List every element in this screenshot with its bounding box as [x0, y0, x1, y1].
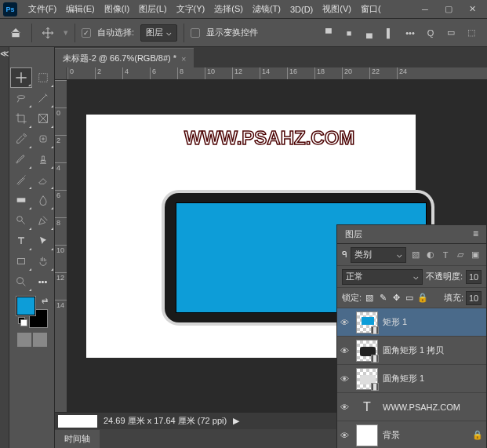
menu-type[interactable]: 文字(Y) — [172, 1, 210, 17]
history-brush-tool[interactable] — [10, 169, 32, 190]
maximize-button[interactable]: ▢ — [437, 2, 460, 17]
show-transform-checkbox[interactable] — [191, 28, 200, 38]
frame-tool[interactable] — [32, 108, 54, 129]
stamp-tool[interactable] — [32, 149, 54, 169]
filter-smart-icon[interactable]: ▣ — [469, 249, 482, 261]
edit-toolbar[interactable]: ••• — [32, 271, 54, 292]
extra-icon[interactable]: ⬚ — [462, 24, 481, 42]
layer-thumb[interactable]: ▮ — [356, 368, 378, 390]
3d-icon[interactable]: Q — [421, 24, 440, 42]
layer-item[interactable]: 👁 ▮ 圆角矩形 1 拷贝 — [337, 337, 486, 365]
lock-pixels-icon[interactable]: ▧ — [364, 293, 375, 304]
close-tab-icon[interactable]: × — [181, 54, 186, 64]
hand-tool[interactable] — [32, 251, 54, 271]
quickmask-mask[interactable] — [33, 333, 47, 347]
eyedropper-tool[interactable] — [10, 129, 32, 149]
visibility-icon[interactable]: 👁 — [340, 402, 351, 412]
wand-tool[interactable] — [32, 88, 54, 108]
filter-pixel-icon[interactable]: ▧ — [409, 249, 422, 261]
filter-shape-icon[interactable]: ▱ — [454, 249, 467, 261]
layer-name[interactable]: 背景 — [383, 429, 400, 441]
move-tool[interactable] — [10, 67, 32, 88]
default-colors-icon[interactable] — [18, 317, 27, 326]
move-tool-icon[interactable] — [38, 24, 57, 42]
ruler-vertical[interactable]: 02468101214 — [55, 80, 67, 412]
swap-colors-icon[interactable]: ⇄ — [42, 297, 48, 305]
ruler-origin[interactable] — [55, 67, 67, 80]
menu-3d[interactable]: 3D(D) — [285, 2, 318, 16]
lock-indicator-icon: 🔒 — [472, 430, 483, 440]
healing-tool[interactable] — [32, 129, 54, 149]
auto-select-checkbox[interactable] — [82, 28, 91, 38]
visibility-icon[interactable]: 👁 — [340, 346, 351, 355]
fill-input[interactable] — [466, 291, 482, 305]
dodge-tool[interactable] — [10, 210, 32, 231]
menu-select[interactable]: 选择(S) — [209, 1, 248, 17]
show-transform-label: 显示变换控件 — [206, 27, 258, 38]
blur-tool[interactable] — [32, 190, 54, 210]
path-select-tool[interactable] — [32, 231, 54, 251]
search-icon[interactable]: ᑫ — [342, 249, 347, 260]
close-button[interactable]: ✕ — [460, 2, 484, 17]
mode-icon[interactable]: ▭ — [442, 24, 460, 42]
crop-tool[interactable] — [10, 108, 32, 129]
panel-menu-icon[interactable]: ≡ — [473, 228, 478, 240]
auto-select-dropdown[interactable]: 图层⌵ — [140, 24, 177, 42]
brush-tool[interactable] — [10, 149, 32, 169]
layer-name[interactable]: 圆角矩形 1 拷贝 — [383, 344, 444, 356]
layer-item[interactable]: 👁 ▮ 圆角矩形 1 — [337, 365, 486, 393]
align-vcenter-icon[interactable]: ■ — [340, 24, 358, 42]
eraser-tool[interactable] — [32, 169, 54, 190]
zoom-input[interactable] — [58, 415, 97, 428]
gradient-tool[interactable] — [10, 190, 32, 210]
layer-item[interactable]: 👁 背景 🔒 — [337, 421, 486, 448]
blend-mode-dropdown[interactable]: 正常⌵ — [342, 269, 423, 285]
pen-tool[interactable] — [32, 210, 54, 231]
align-top-icon[interactable]: ▀ — [319, 24, 338, 42]
ruler-horizontal[interactable]: 024681012141618202224 — [67, 67, 487, 80]
layer-name[interactable]: 矩形 1 — [383, 316, 407, 328]
minimize-button[interactable]: ─ — [413, 2, 437, 17]
collapse-strip[interactable]: ≪ — [0, 47, 9, 448]
menu-file[interactable]: 文件(F) — [24, 1, 61, 17]
menu-filter[interactable]: 滤镜(T) — [248, 1, 285, 17]
document-tab[interactable]: 未标题-2 @ 66.7%(RGB/8#) * × — [55, 48, 194, 68]
type-tool[interactable] — [10, 231, 32, 251]
lock-pos-icon[interactable]: ✥ — [391, 293, 402, 304]
visibility-icon[interactable]: 👁 — [340, 318, 351, 327]
color-swatches[interactable]: ⇄ — [16, 297, 48, 328]
menu-edit[interactable]: 编辑(E) — [61, 1, 100, 17]
menu-image[interactable]: 图像(I) — [100, 1, 134, 17]
layer-item[interactable]: 👁 ▮ 矩形 1 — [337, 308, 486, 337]
filter-adjust-icon[interactable]: ◐ — [424, 249, 437, 261]
lock-all-icon[interactable]: 🔒 — [417, 293, 428, 304]
rectangle-tool[interactable] — [10, 251, 32, 271]
menu-layer[interactable]: 图层(L) — [134, 1, 171, 17]
status-arrow[interactable]: ▶ — [233, 416, 239, 426]
align-left-icon[interactable]: ▌ — [380, 24, 399, 42]
lock-artboard-icon[interactable]: ▭ — [404, 293, 415, 304]
lasso-tool[interactable] — [10, 88, 32, 108]
more-icon[interactable]: ••• — [401, 24, 420, 42]
home-icon[interactable] — [6, 24, 25, 42]
visibility-icon[interactable]: 👁 — [340, 374, 351, 384]
layer-name[interactable]: WWW.PSAHZ.COM — [383, 402, 460, 412]
layer-item[interactable]: 👁 T WWW.PSAHZ.COM — [337, 393, 486, 421]
menu-view[interactable]: 视图(V) — [318, 1, 356, 17]
layer-thumb[interactable]: ▮ — [356, 311, 378, 333]
foreground-color[interactable] — [16, 297, 35, 315]
filter-kind-dropdown[interactable]: 类别⌵ — [351, 247, 406, 263]
layers-tab[interactable]: 图层 — [345, 228, 362, 240]
zoom-tool[interactable] — [10, 271, 32, 292]
quickmask-std[interactable] — [17, 333, 31, 347]
lock-brush-icon[interactable]: ✎ — [377, 293, 388, 304]
visibility-icon[interactable]: 👁 — [340, 431, 351, 440]
opacity-input[interactable] — [466, 270, 482, 284]
layer-thumb[interactable]: ▮ — [356, 340, 378, 362]
artboard-tool[interactable] — [32, 67, 54, 88]
menu-window[interactable]: 窗口( — [356, 1, 386, 17]
layer-thumb[interactable] — [356, 424, 378, 446]
filter-type-icon[interactable]: T — [439, 249, 452, 261]
layer-name[interactable]: 圆角矩形 1 — [383, 373, 424, 384]
align-bottom-icon[interactable]: ▄ — [360, 24, 379, 42]
